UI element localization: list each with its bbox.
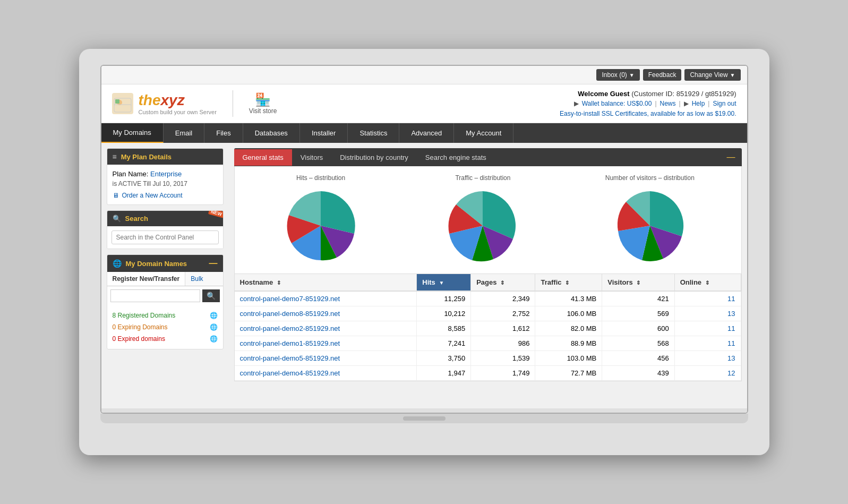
signout-link[interactable]: Sign out [713,100,736,107]
cell-hits: 1,947 [417,366,471,381]
expiring-domains-link[interactable]: 0 Expiring Domains [113,323,168,331]
traffic-chart-title: Traffic – distribution [455,174,510,182]
table-row: control-panel-demo7-851929.net 11,259 2,… [235,291,741,306]
online-link[interactable]: 11 [727,295,735,303]
hits-chart-title: Hits – distribution [296,174,345,182]
domain-names-section: 🌐 My Domain Names — Register New/Transfe… [107,254,224,349]
search-section: 🔍 Search NEW [107,210,224,249]
hostname-link[interactable]: control-panel-demo5-851929.net [240,354,340,362]
online-link[interactable]: 12 [727,369,735,377]
nav-item-email[interactable]: Email [164,123,205,143]
order-new-account-link[interactable]: 🖥 Order a New Account [113,192,218,199]
hits-chart: Hits – distribution [281,174,361,266]
logo-text: thexyz [139,92,217,109]
domain-names-icon: 🌐 [113,259,122,268]
top-bar: Inbox (0) ▼ Feedback Change View ▼ [101,66,747,84]
online-link[interactable]: 11 [727,324,735,332]
col-pages[interactable]: Pages ⇕ [471,274,535,291]
online-link[interactable]: 13 [727,310,735,318]
cell-pages: 2,349 [471,291,535,306]
stats-table: Hostname ⇕ Hits ▼ Pages ⇕ Traffic ⇕ [235,274,741,381]
change-view-button[interactable]: Change View ▼ [684,69,740,81]
hostname-link[interactable]: control-panel-demo1-851929.net [240,339,340,347]
cell-traffic: 41.3 MB [535,291,602,306]
cell-online: 11 [674,321,741,336]
table-row: control-panel-demo4-851929.net 1,947 1,7… [235,366,741,381]
cell-hostname: control-panel-demo2-851929.net [235,321,417,336]
minimize-stats-btn[interactable]: — [721,148,742,166]
stats-tab-search-engine[interactable]: Search engine stats [417,149,495,166]
cell-traffic: 103.0 MB [535,351,602,366]
welcome-text: Welcome Guest (Customer ID: 851929 / gt8… [560,90,736,98]
domain-tab-register[interactable]: Register New/Transfer [107,272,186,286]
inbox-button[interactable]: Inbox (0) ▼ [596,69,639,81]
hostname-link[interactable]: control-panel-demo4-851929.net [240,369,340,377]
laptop-notch [403,416,446,421]
cell-hostname: control-panel-demo4-851929.net [235,366,417,381]
cell-online: 11 [674,336,741,351]
ssl-banner-link[interactable]: Easy-to-install SSL Certificates, availa… [560,110,736,117]
cell-hits: 10,212 [417,306,471,321]
col-traffic[interactable]: Traffic ⇕ [535,274,602,291]
online-link[interactable]: 13 [727,354,735,362]
hostname-link[interactable]: control-panel-demo2-851929.net [240,324,340,332]
plan-details-icon: ≡ [113,152,117,161]
traffic-chart: Traffic – distribution [443,174,522,266]
cell-traffic: 82.0 MB [535,321,602,336]
visitors-chart-title: Number of visitors – distribution [605,174,695,182]
domain-search-button[interactable]: 🔍 [202,289,220,302]
registered-domains-link[interactable]: 8 Registered Domains [113,312,176,319]
expired-domains-link[interactable]: 0 Expired domains [113,335,165,343]
domain-search-input[interactable] [110,289,200,302]
visit-store-link[interactable]: 🏪 Visit store [249,92,277,115]
online-sort-icon: ⇕ [705,280,709,286]
col-visitors[interactable]: Visitors ⇕ [602,274,674,291]
plan-details-body: Plan Name: Enterprise is ACTIVE Till Jul… [107,165,223,204]
cell-visitors: 569 [602,306,674,321]
search-input[interactable] [112,230,219,244]
nav-item-my-domains[interactable]: My Domains [101,123,164,143]
nav-item-statistics[interactable]: Statistics [348,123,399,143]
col-hostname[interactable]: Hostname ⇕ [235,274,417,291]
cell-pages: 986 [471,336,535,351]
nav-item-installer[interactable]: Installer [300,123,348,143]
table-row: control-panel-demo5-851929.net 3,750 1,5… [235,351,741,366]
inbox-dropdown-icon: ▼ [629,72,635,78]
hostname-link[interactable]: control-panel-demo7-851929.net [240,295,340,303]
search-input-wrap [107,226,223,249]
feedback-button[interactable]: Feedback [643,69,682,81]
logo-sub: Custom build your own Server [139,109,217,115]
table-row: control-panel-demo1-851929.net 7,241 986… [235,336,741,351]
hits-pie-svg [281,186,361,266]
store-icon: 🏪 [255,92,271,107]
visitors-chart: Number of visitors – distribution [605,174,695,266]
stats-tab-distribution[interactable]: Distribution by country [331,149,417,166]
stats-tab-visitors[interactable]: Visitors [292,149,331,166]
charts-row: Hits – distribution [234,166,742,274]
news-link[interactable]: News [660,100,676,107]
table-row: control-panel-demo8-851929.net 10,212 2,… [235,306,741,321]
visitors-sort-icon: ⇕ [636,280,640,286]
hostname-link[interactable]: control-panel-demo8-851929.net [240,310,340,318]
nav-item-files[interactable]: Files [204,123,243,143]
online-link[interactable]: 11 [727,339,735,347]
stats-tab-general[interactable]: General stats [234,149,292,166]
header-right: Welcome Guest (Customer ID: 851929 / gt8… [560,90,736,117]
wallet-link[interactable]: Wallet balance: US$0.00 [582,100,652,107]
cell-visitors: 568 [602,336,674,351]
nav-item-my-account[interactable]: My Account [454,123,513,143]
plan-details-header: ≡ My Plan Details [107,149,223,165]
plan-name: Plan Name: Enterprise [113,170,218,178]
expiring-domains-row: 0 Expiring Domains 🌐 [113,321,218,333]
collapse-domain-btn[interactable]: — [209,259,218,268]
cell-pages: 1,749 [471,366,535,381]
search-header-icon: 🔍 [113,215,121,223]
col-hits[interactable]: Hits ▼ [417,274,471,291]
nav-item-databases[interactable]: Databases [243,123,300,143]
expiring-globe-icon: 🌐 [210,323,218,331]
domain-tab-bulk[interactable]: Bulk [185,272,208,286]
help-link[interactable]: Help [692,100,705,107]
svg-rect-2 [115,99,119,104]
nav-item-advanced[interactable]: Advanced [399,123,454,143]
col-online[interactable]: Online ⇕ [674,274,741,291]
